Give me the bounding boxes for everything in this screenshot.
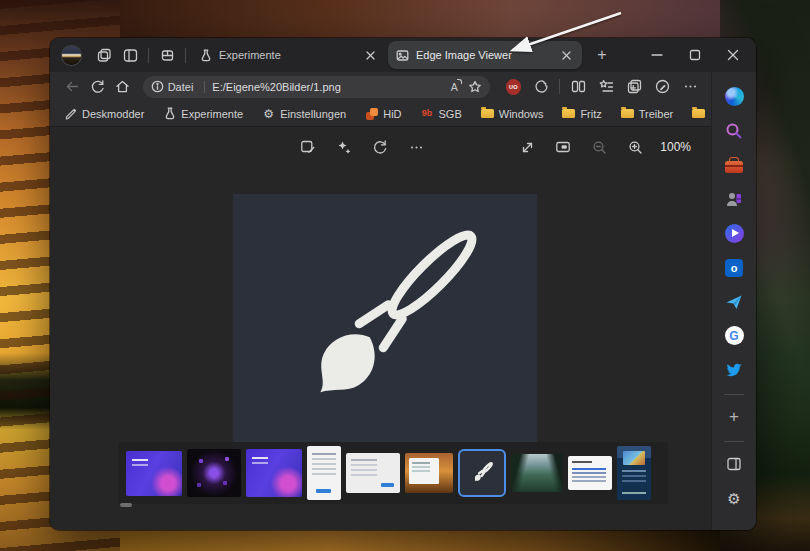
bookmark-einstellungen[interactable]: ⚙ Einstellungen — [262, 107, 346, 120]
sidebar-panel-icon[interactable] — [719, 452, 749, 477]
bookmark-label: Treiber — [639, 108, 673, 120]
image-viewer: 100% — [50, 127, 711, 530]
bookmark-label: Fritz — [580, 108, 601, 120]
bookmark-folder-fritz[interactable]: Fritz — [562, 107, 601, 120]
twitter-icon[interactable] — [719, 358, 749, 383]
back-icon[interactable] — [60, 75, 85, 99]
url-text[interactable]: E:/Eigene%20Bilder/1.png — [212, 81, 450, 93]
gear-icon: ⚙ — [262, 107, 275, 120]
bookmark-deskmodder[interactable]: Deskmodder — [64, 107, 144, 120]
extensions-icon[interactable] — [529, 75, 554, 99]
tab-edge-image-viewer[interactable]: Edge Image Viewer — [388, 41, 582, 69]
bookmark-label: HiD — [383, 108, 401, 120]
bookmark-experimente[interactable]: Experimente — [163, 107, 243, 120]
home-icon[interactable] — [110, 75, 135, 99]
edit-image-icon[interactable] — [295, 134, 321, 160]
edge-sidebar: o G + ⚙ — [711, 72, 756, 530]
tab-experimente[interactable]: Experimente — [192, 41, 386, 69]
bookmarks-bar: Deskmodder Experimente ⚙ Einstellungen — [50, 101, 711, 127]
bookmark-label: SGB — [439, 108, 462, 120]
minimize-button[interactable] — [640, 42, 674, 68]
copilot-icon[interactable] — [719, 84, 749, 109]
sidebar-divider — [724, 441, 744, 442]
bookmark-folder-treiber[interactable]: Treiber — [621, 107, 673, 120]
viewer-toolbar-right: 100% — [514, 134, 691, 160]
sidebar-divider — [724, 394, 744, 395]
thumbnail-9[interactable] — [568, 456, 612, 490]
split-screen-icon[interactable] — [565, 75, 591, 99]
sidebar-settings-gear-icon[interactable]: ⚙ — [719, 486, 749, 511]
filmstrip-scrollbar[interactable] — [120, 503, 132, 507]
pencil-icon — [64, 107, 77, 120]
vertical-tabs-icon[interactable] — [154, 42, 180, 68]
flask-icon — [200, 49, 212, 62]
thumbnail-10[interactable] — [617, 446, 651, 500]
favorites-icon[interactable] — [593, 75, 619, 99]
image-icon — [396, 49, 409, 62]
folder-icon — [481, 107, 494, 120]
close-button[interactable] — [716, 42, 750, 68]
tab-close-icon[interactable] — [362, 47, 378, 63]
scheme-label: Datei — [168, 81, 194, 93]
collections-icon[interactable] — [621, 75, 647, 99]
divider — [559, 79, 560, 94]
viewer-more-icon[interactable] — [403, 134, 429, 160]
tab-strip: Experimente Edge Image Viewer + — [50, 38, 756, 72]
bookmark-folder-windows[interactable]: Windows — [481, 107, 544, 120]
bookmark-sgb[interactable]: 9b SGB — [421, 107, 462, 120]
messenger-plane-icon[interactable] — [719, 289, 749, 314]
window-controls — [640, 42, 750, 68]
divider — [148, 48, 149, 63]
actual-size-icon[interactable] — [514, 134, 540, 160]
thumbnail-4[interactable] — [307, 446, 341, 500]
read-aloud-icon[interactable]: A — [451, 81, 458, 93]
info-icon[interactable] — [151, 80, 164, 93]
thumbnail-2[interactable] — [187, 449, 241, 497]
ublock-extension-icon[interactable]: UO — [506, 79, 521, 95]
viewed-image-paintbrush[interactable] — [233, 194, 537, 449]
tab-close-icon[interactable] — [558, 47, 574, 63]
zoom-out-icon[interactable] — [586, 134, 612, 160]
bookmark-label: Experimente — [181, 108, 243, 120]
bookmark-label: Deskmodder — [82, 108, 144, 120]
bookmark-hid[interactable]: HiD — [365, 107, 401, 120]
auto-enhance-icon[interactable] — [331, 134, 357, 160]
fit-to-window-icon[interactable] — [550, 134, 576, 160]
folder-icon — [562, 107, 575, 120]
thumbnail-1[interactable] — [126, 451, 182, 496]
tab-actions-icon[interactable] — [117, 42, 143, 68]
url-field[interactable]: Datei E:/Eigene%20Bilder/1.png A — [143, 76, 490, 98]
thumbnail-6[interactable] — [405, 453, 453, 493]
toolbar-actions — [565, 75, 703, 99]
flask-icon — [163, 107, 176, 120]
divider — [185, 48, 186, 63]
screenshot-stage: Experimente Edge Image Viewer + — [0, 0, 810, 551]
divider — [204, 81, 205, 93]
web-capture-icon[interactable] — [649, 75, 675, 99]
favorite-star-icon[interactable] — [468, 80, 482, 94]
settings-more-icon[interactable] — [677, 75, 703, 99]
thumbnail-7-selected[interactable] — [458, 449, 506, 497]
maximize-button[interactable] — [678, 42, 712, 68]
thumbnail-3[interactable] — [246, 449, 302, 497]
bookmark-label: Windows — [499, 108, 544, 120]
folder-icon — [692, 107, 705, 120]
refresh-icon[interactable] — [85, 75, 110, 99]
viewer-toolbar-left — [295, 134, 429, 160]
workspaces-icon[interactable] — [91, 42, 117, 68]
tools-icon[interactable] — [719, 152, 749, 177]
zoom-in-icon[interactable] — [622, 134, 648, 160]
orange-squares-icon — [365, 107, 378, 120]
paintbrush-graphic — [233, 194, 537, 449]
rotate-icon[interactable] — [367, 134, 393, 160]
sidebar-add-button[interactable]: + — [719, 405, 749, 430]
outlook-icon[interactable]: o — [719, 255, 749, 280]
thumbnail-8[interactable] — [511, 454, 563, 492]
profile-avatar[interactable] — [62, 46, 81, 65]
thumbnail-5[interactable] — [346, 453, 400, 493]
search-icon[interactable] — [719, 118, 749, 143]
video-icon[interactable] — [719, 221, 749, 246]
google-icon[interactable]: G — [719, 323, 749, 348]
people-icon[interactable] — [719, 187, 749, 212]
new-tab-button[interactable]: + — [589, 42, 615, 68]
